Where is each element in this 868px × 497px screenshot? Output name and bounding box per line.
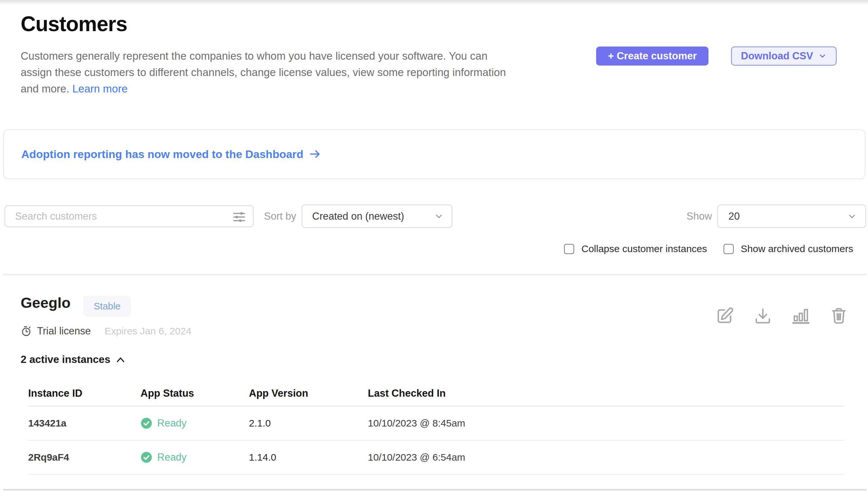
- last-checked-in: 10/10/2023 @ 6:54am: [368, 452, 844, 463]
- app-status-cell: Ready: [141, 452, 249, 463]
- collapse-instances-checkbox[interactable]: [564, 244, 574, 254]
- table-header-row: Instance ID App Status App Version Last …: [28, 381, 844, 407]
- app-status-cell: Ready: [141, 417, 249, 429]
- customers-page: Customers Customers generally represent …: [0, 0, 868, 497]
- trash-icon[interactable]: [829, 306, 849, 326]
- download-csv-label: Download CSV: [741, 50, 813, 62]
- instance-id: 143421a: [28, 418, 141, 429]
- sort-select[interactable]: Created on (newest): [302, 204, 452, 228]
- show-select[interactable]: 20: [717, 204, 866, 228]
- chevron-down-icon: [847, 211, 857, 221]
- instances-toggle[interactable]: 2 active instances: [21, 353, 126, 366]
- description-line: Customers generally represent the compan…: [21, 48, 506, 64]
- app-status-text: Ready: [157, 417, 187, 429]
- sort-by-label: Sort by: [264, 205, 296, 227]
- page-title: Customers: [21, 12, 127, 36]
- show-label: Show: [687, 205, 712, 227]
- create-customer-button[interactable]: + Create customer: [596, 46, 708, 66]
- stopwatch-icon: [21, 326, 32, 337]
- learn-more-link[interactable]: Learn more: [72, 83, 128, 95]
- bar-chart-icon[interactable]: [791, 306, 811, 326]
- table-row[interactable]: 143421a Ready 2.1.0 10/10/2023 @ 8:45am: [28, 407, 844, 441]
- col-header-app-version: App Version: [249, 387, 368, 399]
- search-customers-box: [4, 205, 253, 227]
- adoption-reporting-link[interactable]: Adoption reporting has now moved to the …: [21, 148, 321, 161]
- app-version: 2.1.0: [249, 418, 368, 429]
- top-scroll-shadow: [0, 0, 868, 5]
- instances-summary: 2 active instances: [21, 353, 111, 366]
- license-row: Trial license Expires Jan 6, 2024: [21, 325, 191, 337]
- show-archived-checkbox[interactable]: [723, 244, 734, 254]
- license-expiration: Expires Jan 6, 2024: [104, 326, 191, 337]
- collapse-instances-label: Collapse customer instances: [582, 243, 707, 254]
- download-csv-button[interactable]: Download CSV: [731, 46, 837, 66]
- adoption-reporting-text: Adoption reporting has now moved to the …: [21, 148, 303, 161]
- show-selected-value: 20: [729, 211, 740, 222]
- page-description: Customers generally represent the compan…: [21, 48, 506, 97]
- show-archived-option[interactable]: Show archived customers: [723, 243, 853, 254]
- description-line: assign these customers to different chan…: [21, 64, 506, 81]
- customer-actions: [715, 306, 849, 326]
- section-divider: [3, 274, 867, 275]
- license-type: Trial license: [37, 325, 91, 337]
- edit-icon[interactable]: [715, 306, 735, 326]
- instances-table: Instance ID App Status App Version Last …: [28, 381, 844, 475]
- create-customer-label: + Create customer: [608, 50, 697, 62]
- collapse-instances-option[interactable]: Collapse customer instances: [564, 243, 707, 254]
- show-archived-label: Show archived customers: [741, 243, 853, 254]
- channel-badge[interactable]: Stable: [83, 296, 131, 316]
- sliders-filter-icon[interactable]: [232, 210, 246, 224]
- check-circle-icon: [141, 452, 152, 463]
- check-circle-icon: [141, 417, 152, 429]
- description-line-end: and more.: [21, 83, 70, 95]
- chevron-down-icon: [818, 52, 827, 60]
- customer-separator: [3, 489, 867, 491]
- customer-name: Geeglo: [21, 294, 71, 311]
- adoption-reporting-banner: Adoption reporting has now moved to the …: [3, 129, 865, 179]
- app-status-text: Ready: [157, 452, 187, 463]
- last-checked-in: 10/10/2023 @ 8:45am: [368, 418, 844, 429]
- instance-id: 2Rq9aF4: [28, 452, 141, 463]
- table-row[interactable]: 2Rq9aF4 Ready 1.14.0 10/10/2023 @ 6:54am: [28, 441, 844, 475]
- app-version: 1.14.0: [249, 452, 368, 463]
- table-options-row: Collapse customer instances Show archive…: [564, 243, 853, 254]
- arrow-right-icon: [309, 148, 321, 160]
- description-line: and more. Learn more: [21, 81, 506, 97]
- col-header-instance-id: Instance ID: [28, 387, 141, 399]
- chevron-down-icon: [434, 211, 444, 221]
- sort-selected-value: Created on (newest): [312, 211, 404, 222]
- col-header-app-status: App Status: [141, 387, 249, 399]
- chevron-up-icon: [116, 356, 126, 363]
- col-header-last-checked-in: Last Checked In: [368, 387, 844, 399]
- search-customers-input[interactable]: [5, 206, 253, 227]
- download-icon[interactable]: [753, 306, 773, 326]
